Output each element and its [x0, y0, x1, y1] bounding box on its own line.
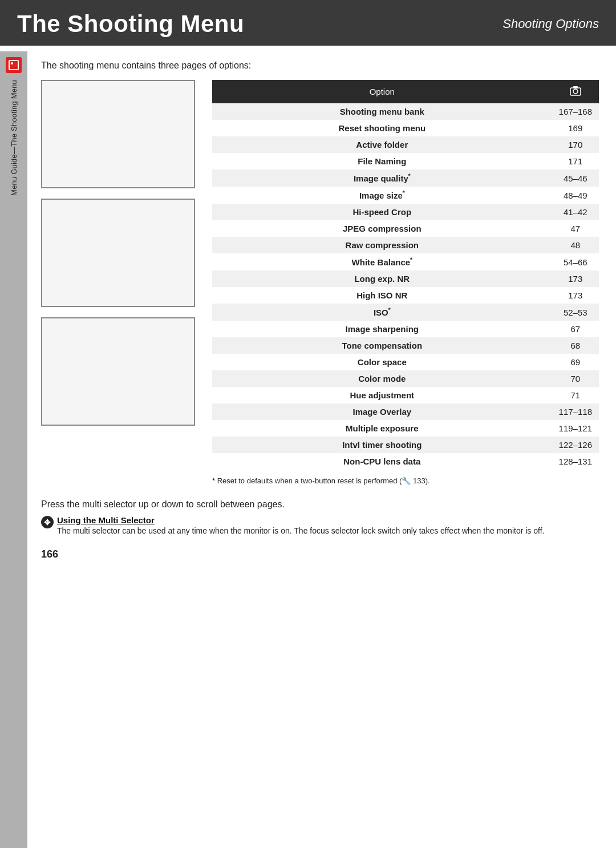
pages-cell: 71 [552, 387, 599, 403]
pages-cell: 170 [552, 136, 599, 153]
table-row: Color mode70 [212, 370, 599, 387]
tip-title: Using the Multi Selector [57, 515, 544, 525]
pages-cell: 41–42 [552, 204, 599, 220]
pages-cell: 119–121 [552, 420, 599, 437]
option-cell: ISO* [212, 304, 552, 321]
table-row: Image sharpening67 [212, 321, 599, 337]
table-row: File Naming171 [212, 153, 599, 169]
table-row: Multiple exposure119–121 [212, 420, 599, 437]
multi-selector-icon [42, 517, 52, 527]
option-cell: Non-CPU lens data [212, 453, 552, 470]
option-cell: Color mode [212, 370, 552, 387]
option-cell: Image sharpening [212, 321, 552, 337]
table-row: Hue adjustment71 [212, 387, 599, 403]
table-row: High ISO NR173 [212, 287, 599, 304]
table-row: Tone compensation68 [212, 337, 599, 354]
pages-cell: 173 [552, 270, 599, 287]
pages-cell: 68 [552, 337, 599, 354]
content-row: Option Shooting menu bank167–168Reset sh… [41, 80, 599, 487]
option-cell: Reset shooting menu [212, 120, 552, 136]
option-cell: High ISO NR [212, 287, 552, 304]
sidebar: Menu Guide—The Shooting Menu [0, 51, 27, 848]
option-cell: Multiple exposure [212, 420, 552, 437]
table-row: Image quality*45–46 [212, 169, 599, 187]
pages-cell: 69 [552, 354, 599, 370]
table-row: Shooting menu bank167–168 [212, 103, 599, 120]
table-row: ISO*52–53 [212, 304, 599, 321]
pages-cell: 169 [552, 120, 599, 136]
sidebar-label: Menu Guide—The Shooting Menu [10, 80, 18, 196]
pages-cell: 167–168 [552, 103, 599, 120]
option-cell: Image Overlay [212, 403, 552, 420]
tip-icon [41, 516, 54, 528]
col-option-header: Option [212, 80, 552, 103]
pages-cell: 171 [552, 153, 599, 169]
svg-rect-2 [573, 86, 578, 88]
table-row: Long exp. NR173 [212, 270, 599, 287]
table-row: Reset shooting menu169 [212, 120, 599, 136]
table-row: Non-CPU lens data128–131 [212, 453, 599, 470]
camera-icon [6, 57, 22, 73]
table-icon [569, 84, 582, 97]
table-row: Active folder170 [212, 136, 599, 153]
pages-cell: 47 [552, 220, 599, 237]
table-row: Image Overlay117–118 [212, 403, 599, 420]
camera-screen-2 [41, 199, 195, 307]
pages-cell: 45–46 [552, 169, 599, 187]
main-content: The shooting menu contains three pages o… [30, 46, 616, 578]
pages-cell: 48–49 [552, 187, 599, 204]
option-cell: Intvl timer shooting [212, 437, 552, 453]
table-header-row: Option [212, 80, 599, 103]
tip-content: Using the Multi Selector The multi selec… [57, 515, 544, 537]
page-header: The Shooting Menu Shooting Options [0, 0, 616, 46]
option-cell: Shooting menu bank [212, 103, 552, 120]
option-cell: JPEG compression [212, 220, 552, 237]
option-cell: Color space [212, 354, 552, 370]
table-body: Shooting menu bank167–168Reset shooting … [212, 103, 599, 470]
table-row: Intvl timer shooting122–126 [212, 437, 599, 453]
press-selector-text: Press the multi selector up or down to s… [41, 499, 599, 510]
camera-screen-3 [41, 317, 195, 426]
pages-cell: 173 [552, 287, 599, 304]
page-number: 166 [41, 548, 599, 560]
pages-cell: 70 [552, 370, 599, 387]
table-row: Hi-speed Crop41–42 [212, 204, 599, 220]
pages-cell: 117–118 [552, 403, 599, 420]
pages-cell: 52–53 [552, 304, 599, 321]
pages-cell: 54–66 [552, 253, 599, 270]
options-table: Option Shooting menu bank167–168Reset sh… [212, 80, 599, 470]
camera-icon-inner [9, 60, 19, 70]
footnote: * Reset to defaults when a two-button re… [212, 475, 509, 487]
intro-paragraph: The shooting menu contains three pages o… [41, 60, 599, 71]
tip-box: Using the Multi Selector The multi selec… [41, 515, 599, 537]
camera-screen-1 [41, 80, 195, 188]
svg-point-1 [573, 89, 578, 94]
option-cell: Hi-speed Crop [212, 204, 552, 220]
option-cell: File Naming [212, 153, 552, 169]
pages-cell: 67 [552, 321, 599, 337]
option-cell: Raw compression [212, 237, 552, 253]
svg-point-8 [46, 521, 48, 523]
camera-screens-column [41, 80, 201, 426]
tip-body: The multi selector can be used at any ti… [57, 525, 544, 537]
option-cell: White Balance* [212, 253, 552, 270]
option-cell: Active folder [212, 136, 552, 153]
page-subtitle: Shooting Options [502, 17, 599, 31]
table-row: Color space69 [212, 354, 599, 370]
option-cell: Long exp. NR [212, 270, 552, 287]
page-title: The Shooting Menu [17, 10, 244, 38]
pages-cell: 128–131 [552, 453, 599, 470]
table-row: Raw compression48 [212, 237, 599, 253]
col-pages-header [552, 80, 599, 103]
table-row: Image size*48–49 [212, 187, 599, 204]
option-cell: Image quality* [212, 169, 552, 187]
table-row: White Balance*54–66 [212, 253, 599, 270]
pages-cell: 48 [552, 237, 599, 253]
option-cell: Tone compensation [212, 337, 552, 354]
table-row: JPEG compression47 [212, 220, 599, 237]
options-table-container: Option Shooting menu bank167–168Reset sh… [212, 80, 599, 487]
option-cell: Hue adjustment [212, 387, 552, 403]
option-cell: Image size* [212, 187, 552, 204]
pages-cell: 122–126 [552, 437, 599, 453]
